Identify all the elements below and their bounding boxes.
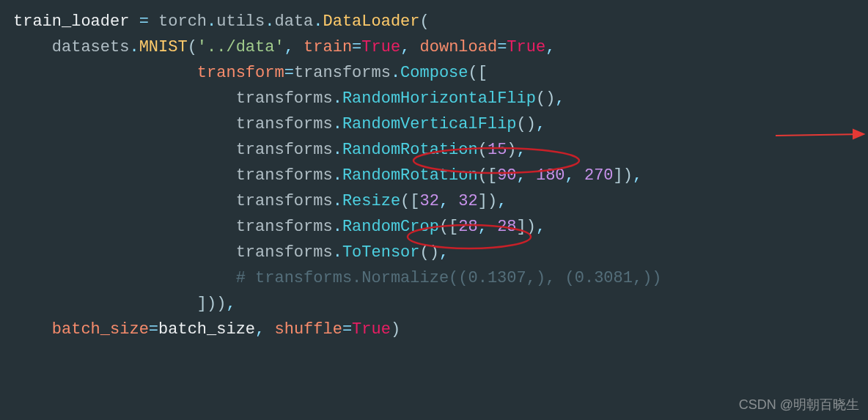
code-line-11: # transforms.Normalize((0.1307,), (0.308… [13,265,855,291]
code-line-10: transforms.ToTensor(), [13,240,855,265]
code-line-4: transforms.RandomHorizontalFlip(), [13,86,855,111]
code-editor: train_loader = torch.utils.data.DataLoad… [13,9,855,342]
annotation-arrow-head [853,130,864,139]
code-line-12: ])), [13,291,855,317]
code-line-9: transforms.RandomCrop([28, 28]), [13,214,855,240]
code-line-2: datasets.MNIST('../data', train=True, do… [13,34,855,60]
code-line-3: transform=transforms.Compose([ [13,60,855,86]
code-line-1: train_loader = torch.utils.data.DataLoad… [13,9,855,34]
code-line-8: transforms.Resize([32, 32]), [13,188,855,214]
code-line-6: transforms.RandomRotation(15), [13,137,855,163]
code-line-7: transforms.RandomRotation([90, 180, 270]… [13,163,855,188]
code-line-13: batch_size=batch_size, shuffle=True) [13,317,855,342]
code-line-5: transforms.RandomVerticalFlip(), [13,111,855,137]
watermark: CSDN @明朝百晓生 [739,394,859,416]
